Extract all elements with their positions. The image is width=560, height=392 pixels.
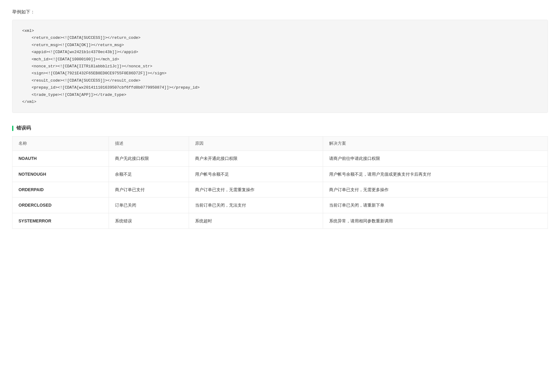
table-cell-reason: 商户未开通此接口权限 (189, 151, 323, 166)
table-row: NOTENOUGH余额不足用户帐号余额不足用户帐号余额不足，请用户充值或更换支付… (12, 166, 548, 182)
table-header-cell: 描述 (109, 137, 189, 151)
section-title-bar (12, 126, 13, 131)
table-cell-solution: 请商户前往申请此接口权限 (323, 151, 548, 166)
intro-label: 举例如下： (12, 9, 548, 15)
table-cell-solution: 用户帐号余额不足，请用户充值或更换支付卡后再支付 (323, 166, 548, 182)
table-cell-name: NOAUTH (12, 151, 109, 166)
section-title: 错误码 (16, 125, 31, 131)
table-header-cell: 名称 (12, 137, 109, 151)
table-cell-desc: 商户订单已支付 (109, 182, 189, 198)
table-cell-name: ORDERPAID (12, 182, 109, 198)
table-cell-reason: 系统超时 (189, 213, 323, 228)
table-row: SYSTEMERROR系统错误系统超时系统异常，请用相同参数重新调用 (12, 213, 548, 228)
table-cell-name: NOTENOUGH (12, 166, 109, 182)
table-cell-solution: 商户订单已支付，无需更多操作 (323, 182, 548, 198)
table-cell-desc: 订单已关闭 (109, 198, 189, 213)
error-table: 名称描述原因解决方案 NOAUTH商户无此接口权限商户未开通此接口权限请商户前往… (12, 136, 548, 229)
table-cell-solution: 系统异常，请用相同参数重新调用 (323, 213, 548, 228)
table-body: NOAUTH商户无此接口权限商户未开通此接口权限请商户前往申请此接口权限NOTE… (12, 151, 548, 229)
table-cell-reason: 用户帐号余额不足 (189, 166, 323, 182)
table-row: ORDERCLOSED订单已关闭当前订单已关闭，无法支付当前订单已关闭，请重新下… (12, 198, 548, 213)
table-row: ORDERPAID商户订单已支付商户订单已支付，无需重复操作商户订单已支付，无需… (12, 182, 548, 198)
table-header-cell: 原因 (189, 137, 323, 151)
table-cell-name: SYSTEMERROR (12, 213, 109, 228)
table-cell-solution: 当前订单已关闭，请重新下单 (323, 198, 548, 213)
table-cell-reason: 当前订单已关闭，无法支付 (189, 198, 323, 213)
table-header-cell: 解决方案 (323, 137, 548, 151)
table-cell-name: ORDERCLOSED (12, 198, 109, 213)
table-cell-reason: 商户订单已支付，无需重复操作 (189, 182, 323, 198)
table-row: NOAUTH商户无此接口权限商户未开通此接口权限请商户前往申请此接口权限 (12, 151, 548, 166)
table-cell-desc: 余额不足 (109, 166, 189, 182)
table-cell-desc: 商户无此接口权限 (109, 151, 189, 166)
table-header: 名称描述原因解决方案 (12, 137, 548, 151)
table-cell-desc: 系统错误 (109, 213, 189, 228)
code-block: <xml> <return_code><![CDATA[SUCCESS]]></… (12, 20, 548, 113)
table-header-row: 名称描述原因解决方案 (12, 137, 548, 151)
section-title-wrapper: 错误码 (12, 125, 548, 131)
